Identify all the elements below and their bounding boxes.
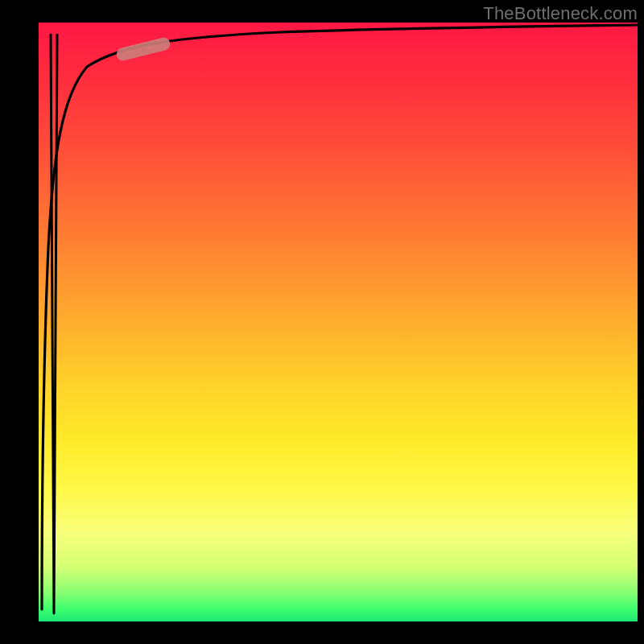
curve-main xyxy=(42,25,638,609)
curve-highlight-segment xyxy=(115,36,171,62)
svg-rect-0 xyxy=(115,36,171,62)
attribution-text: TheBottleneck.com xyxy=(483,3,638,24)
curve-spike xyxy=(51,34,57,613)
curve-layer xyxy=(39,23,638,621)
chart-frame: TheBottleneck.com xyxy=(0,0,644,644)
